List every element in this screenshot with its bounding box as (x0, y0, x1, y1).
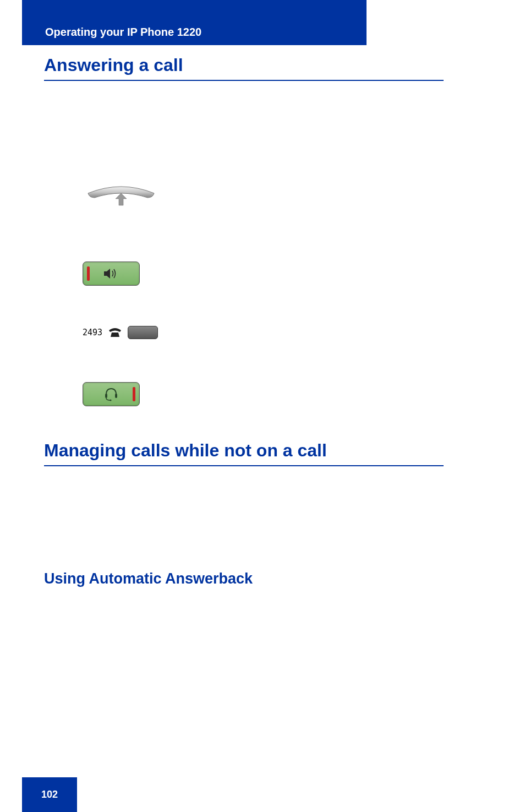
heading-managing-calls: Managing calls while not on a call (44, 440, 444, 466)
phone-small-icon (108, 327, 122, 338)
spacer (44, 92, 444, 147)
section-managing-calls: Managing calls while not on a call (44, 440, 444, 477)
red-indicator-bar (133, 387, 135, 401)
page-number-box: 102 (22, 777, 77, 812)
svg-rect-1 (115, 394, 117, 398)
content-area: Answering a call 2493 (44, 55, 444, 438)
handset-lift-icon (83, 183, 160, 210)
headset-button-icon (83, 382, 140, 406)
headset-btn-row (83, 372, 444, 416)
line-key-number: 2493 (83, 328, 102, 337)
headset-icon (103, 387, 119, 401)
heading-answering-call: Answering a call (44, 55, 444, 81)
speaker-icon (103, 267, 119, 280)
speaker-btn-row (83, 252, 444, 296)
heading-auto-answerback: Using Automatic Answerback (44, 570, 253, 587)
page-header-banner: Operating your IP Phone 1220 (22, 0, 367, 45)
line-key-row: 2493 (83, 326, 444, 339)
svg-point-2 (110, 400, 112, 401)
soft-key-button (128, 326, 158, 339)
handset-lift-row (83, 175, 444, 219)
red-indicator-bar (87, 266, 90, 281)
svg-rect-0 (105, 394, 107, 398)
page-header-text: Operating your IP Phone 1220 (45, 26, 201, 39)
page-number: 102 (41, 789, 58, 800)
handsfree-button-icon (83, 261, 140, 286)
